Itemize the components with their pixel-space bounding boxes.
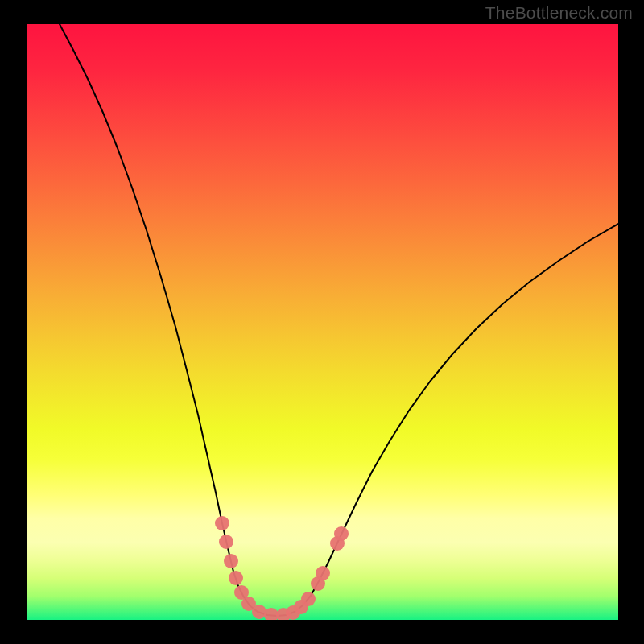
highlight-dot xyxy=(224,554,238,568)
watermark-label: TheBottleneck.com xyxy=(485,3,633,23)
bottleneck-chart xyxy=(0,0,644,644)
highlight-dot xyxy=(229,571,243,585)
highlight-dot xyxy=(301,592,316,606)
highlight-dot xyxy=(219,535,233,549)
highlight-dot xyxy=(334,526,349,541)
highlight-dot xyxy=(215,516,229,530)
chart-stage: TheBottleneck.com xyxy=(0,0,644,644)
highlight-dot xyxy=(316,566,330,580)
plot-background xyxy=(27,24,618,620)
